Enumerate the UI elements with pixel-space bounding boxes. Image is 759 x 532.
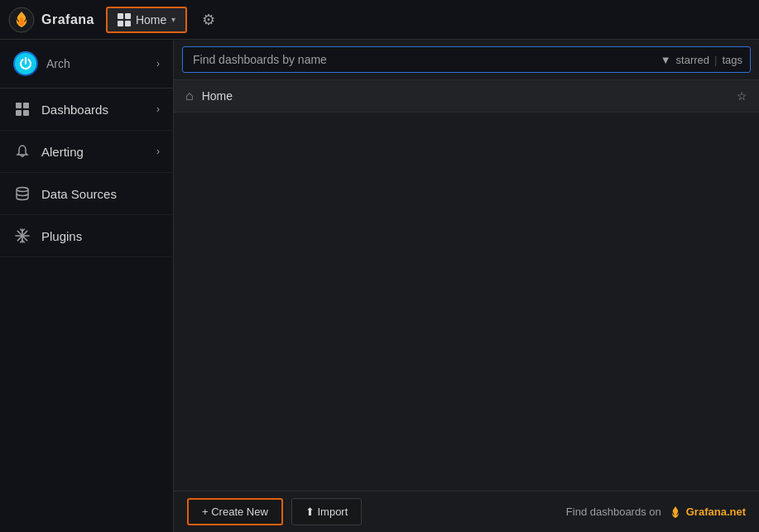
search-filters: ▼ starred | tags (661, 54, 742, 66)
content-area: ▼ starred | tags ⌂ Home ☆ + Create New (174, 40, 759, 532)
topbar: Grafana Home ▾ ⚙ (0, 0, 759, 40)
home-button[interactable]: Home ▾ (106, 7, 187, 33)
home-list-icon: ⌂ (185, 89, 194, 103)
sidebar-item-data-sources[interactable]: Data Sources (0, 173, 173, 215)
dashboards-chevron-icon: › (156, 103, 160, 115)
star-icon[interactable]: ☆ (737, 89, 747, 103)
import-label: ⬆ Import (305, 506, 348, 518)
search-bar-row: ▼ starred | tags (174, 40, 759, 80)
bell-icon (15, 144, 30, 159)
grafana-logo-icon (8, 7, 35, 33)
create-new-label: + Create New (202, 506, 268, 518)
filter-icon: ▼ (661, 54, 671, 66)
search-input-wrap: ▼ starred | tags (182, 46, 751, 73)
alerting-chevron-icon: › (156, 146, 160, 157)
dashboards-label: Dashboards (41, 103, 147, 117)
logo-area: Grafana (8, 7, 94, 33)
dashboard-list: ⌂ Home ☆ (174, 80, 759, 491)
plugins-label: Plugins (41, 229, 160, 243)
datasources-nav-icon (13, 185, 31, 203)
plugins-nav-icon (13, 227, 31, 245)
main-layout: Arch › Dashboards › Alerting › (0, 40, 759, 532)
import-button[interactable]: ⬆ Import (291, 498, 362, 525)
sidebar-item-plugins[interactable]: Plugins (0, 215, 173, 257)
gear-icon: ⚙ (202, 11, 215, 29)
alerting-label: Alerting (41, 145, 147, 159)
dashboards-grid-icon (16, 103, 29, 116)
logo-text: Grafana (41, 12, 94, 27)
sidebar-item-alerting[interactable]: Alerting › (0, 131, 173, 173)
tags-filter[interactable]: tags (722, 54, 742, 66)
user-avatar-inner (15, 53, 36, 74)
dashboards-nav-icon (13, 100, 31, 118)
bottom-bar: + Create New ⬆ Import Find dashboards on… (174, 491, 759, 532)
grafana-flame-icon (668, 505, 683, 520)
sidebar: Arch › Dashboards › Alerting › (0, 40, 174, 532)
sidebar-item-dashboards[interactable]: Dashboards › (0, 89, 173, 131)
home-button-label: Home (136, 13, 166, 26)
alerting-nav-icon (13, 142, 31, 161)
create-new-button[interactable]: + Create New (187, 498, 283, 525)
avatar (13, 51, 38, 76)
power-icon (18, 56, 33, 71)
user-name: Arch (46, 57, 148, 70)
bottom-right-info: Find dashboards on Grafana.net (566, 505, 746, 520)
data-sources-label: Data Sources (41, 187, 160, 201)
grafana-net-logo[interactable]: Grafana.net (668, 505, 746, 520)
settings-button[interactable]: ⚙ (194, 5, 223, 35)
filter-separator: | (714, 54, 717, 66)
bottom-left-actions: + Create New ⬆ Import (187, 498, 362, 525)
dashboard-list-item-home[interactable]: ⌂ Home ☆ (174, 80, 759, 113)
home-list-label: Home (202, 89, 728, 103)
home-grid-icon (118, 13, 131, 26)
database-icon (14, 185, 31, 202)
find-dashboards-text: Find dashboards on (566, 506, 661, 518)
user-section[interactable]: Arch › (0, 40, 173, 89)
grafana-net-text: Grafana.net (686, 506, 746, 518)
chevron-down-icon: ▾ (171, 15, 175, 24)
snowflake-icon (14, 228, 31, 244)
user-chevron-icon: › (156, 58, 160, 69)
svg-point-1 (17, 188, 28, 192)
starred-filter[interactable]: starred (676, 54, 709, 66)
